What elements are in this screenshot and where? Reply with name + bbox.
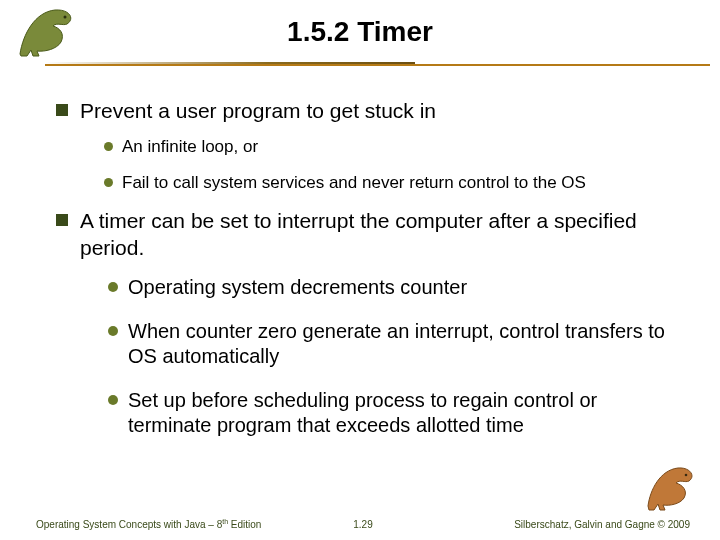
bullet-text: An infinite loop, or <box>122 137 258 156</box>
svg-point-0 <box>64 16 67 19</box>
bullet-text: Prevent a user program to get stuck in <box>80 99 436 122</box>
bullet-item: Operating system decrements counter <box>112 275 680 301</box>
footer-center: 1.29 <box>353 519 372 530</box>
dinosaur-top-left-icon <box>15 4 85 59</box>
title-underline <box>0 62 720 68</box>
bullet-item: When counter zero generate an interrupt,… <box>112 319 680 370</box>
svg-point-1 <box>685 474 688 477</box>
bullet-item: An infinite loop, or <box>108 136 680 158</box>
bullet-item: Prevent a user program to get stuck in A… <box>62 98 680 194</box>
footer-left-text-a: Operating System Concepts with Java – 8 <box>36 519 222 530</box>
bullet-text: A timer can be set to interrupt the comp… <box>80 209 637 258</box>
footer-left: Operating System Concepts with Java – 8t… <box>36 518 261 530</box>
footer-right: Silberschatz, Galvin and Gagne © 2009 <box>514 519 690 530</box>
bullet-text: Set up before scheduling process to rega… <box>128 389 597 437</box>
footer-left-text-b: Edition <box>228 519 261 530</box>
slide-title: 1.5.2 Timer <box>40 10 680 48</box>
dinosaur-bottom-right-icon <box>644 464 702 512</box>
bullet-item: Set up before scheduling process to rega… <box>112 388 680 439</box>
slide-body: Prevent a user program to get stuck in A… <box>40 70 680 439</box>
bullet-item: Fail to call system services and never r… <box>108 172 680 194</box>
bullet-list-level2: Operating system decrements counter When… <box>80 275 680 439</box>
bullet-text: When counter zero generate an interrupt,… <box>128 320 665 368</box>
slide-footer: Operating System Concepts with Java – 8t… <box>36 518 690 530</box>
bullet-list-level2: An infinite loop, or Fail to call system… <box>80 136 680 194</box>
slide: 1.5.2 Timer Prevent a user program to ge… <box>0 0 720 540</box>
bullet-text: Operating system decrements counter <box>128 276 467 298</box>
bullet-list-level1: Prevent a user program to get stuck in A… <box>40 98 680 439</box>
bullet-text: Fail to call system services and never r… <box>122 173 586 192</box>
bullet-item: A timer can be set to interrupt the comp… <box>62 208 680 438</box>
slide-header: 1.5.2 Timer <box>40 10 680 70</box>
